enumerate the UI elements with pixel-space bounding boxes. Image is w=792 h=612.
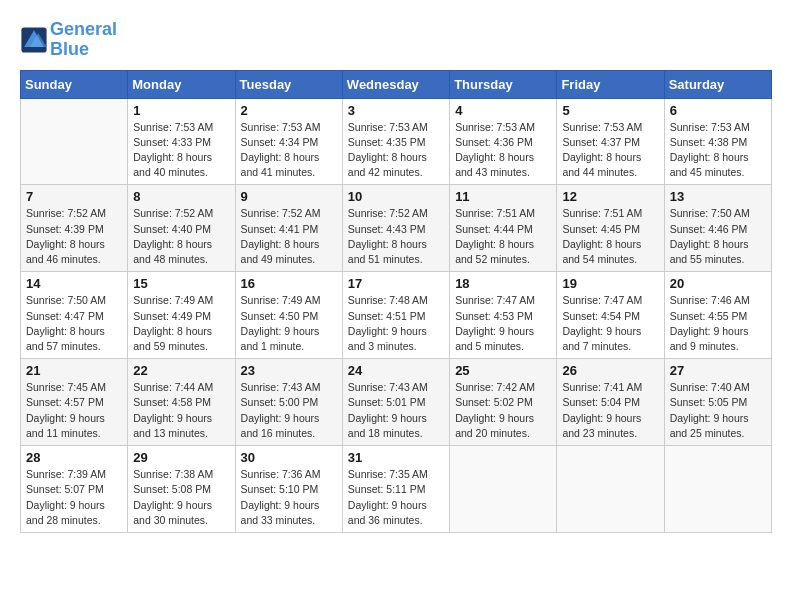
week-row-2: 7Sunrise: 7:52 AM Sunset: 4:39 PM Daylig… [21, 185, 772, 272]
day-info: Sunrise: 7:51 AM Sunset: 4:44 PM Dayligh… [455, 206, 551, 267]
day-info: Sunrise: 7:47 AM Sunset: 4:53 PM Dayligh… [455, 293, 551, 354]
day-number: 22 [133, 363, 229, 378]
day-number: 18 [455, 276, 551, 291]
day-number: 20 [670, 276, 766, 291]
day-number: 4 [455, 103, 551, 118]
calendar-cell: 13Sunrise: 7:50 AM Sunset: 4:46 PM Dayli… [664, 185, 771, 272]
day-info: Sunrise: 7:52 AM Sunset: 4:40 PM Dayligh… [133, 206, 229, 267]
day-number: 30 [241, 450, 337, 465]
day-number: 28 [26, 450, 122, 465]
calendar-cell: 27Sunrise: 7:40 AM Sunset: 5:05 PM Dayli… [664, 359, 771, 446]
day-number: 16 [241, 276, 337, 291]
calendar-body: 1Sunrise: 7:53 AM Sunset: 4:33 PM Daylig… [21, 98, 772, 532]
day-number: 8 [133, 189, 229, 204]
calendar-cell: 21Sunrise: 7:45 AM Sunset: 4:57 PM Dayli… [21, 359, 128, 446]
day-number: 5 [562, 103, 658, 118]
header-cell-saturday: Saturday [664, 70, 771, 98]
day-info: Sunrise: 7:39 AM Sunset: 5:07 PM Dayligh… [26, 467, 122, 528]
calendar-cell: 22Sunrise: 7:44 AM Sunset: 4:58 PM Dayli… [128, 359, 235, 446]
calendar-cell: 26Sunrise: 7:41 AM Sunset: 5:04 PM Dayli… [557, 359, 664, 446]
day-number: 24 [348, 363, 444, 378]
day-number: 7 [26, 189, 122, 204]
day-number: 25 [455, 363, 551, 378]
day-info: Sunrise: 7:49 AM Sunset: 4:50 PM Dayligh… [241, 293, 337, 354]
header-cell-wednesday: Wednesday [342, 70, 449, 98]
day-info: Sunrise: 7:52 AM Sunset: 4:43 PM Dayligh… [348, 206, 444, 267]
calendar-cell: 30Sunrise: 7:36 AM Sunset: 5:10 PM Dayli… [235, 446, 342, 533]
day-number: 15 [133, 276, 229, 291]
calendar-cell: 3Sunrise: 7:53 AM Sunset: 4:35 PM Daylig… [342, 98, 449, 185]
day-info: Sunrise: 7:49 AM Sunset: 4:49 PM Dayligh… [133, 293, 229, 354]
day-number: 14 [26, 276, 122, 291]
calendar-cell: 31Sunrise: 7:35 AM Sunset: 5:11 PM Dayli… [342, 446, 449, 533]
calendar-cell [664, 446, 771, 533]
day-info: Sunrise: 7:50 AM Sunset: 4:46 PM Dayligh… [670, 206, 766, 267]
day-info: Sunrise: 7:50 AM Sunset: 4:47 PM Dayligh… [26, 293, 122, 354]
day-number: 12 [562, 189, 658, 204]
week-row-4: 21Sunrise: 7:45 AM Sunset: 4:57 PM Dayli… [21, 359, 772, 446]
day-number: 31 [348, 450, 444, 465]
day-info: Sunrise: 7:52 AM Sunset: 4:39 PM Dayligh… [26, 206, 122, 267]
day-info: Sunrise: 7:48 AM Sunset: 4:51 PM Dayligh… [348, 293, 444, 354]
calendar-cell: 16Sunrise: 7:49 AM Sunset: 4:50 PM Dayli… [235, 272, 342, 359]
calendar-cell: 8Sunrise: 7:52 AM Sunset: 4:40 PM Daylig… [128, 185, 235, 272]
day-info: Sunrise: 7:35 AM Sunset: 5:11 PM Dayligh… [348, 467, 444, 528]
day-number: 23 [241, 363, 337, 378]
calendar-cell: 24Sunrise: 7:43 AM Sunset: 5:01 PM Dayli… [342, 359, 449, 446]
day-info: Sunrise: 7:44 AM Sunset: 4:58 PM Dayligh… [133, 380, 229, 441]
day-number: 9 [241, 189, 337, 204]
calendar-cell: 1Sunrise: 7:53 AM Sunset: 4:33 PM Daylig… [128, 98, 235, 185]
header-row: SundayMondayTuesdayWednesdayThursdayFrid… [21, 70, 772, 98]
week-row-5: 28Sunrise: 7:39 AM Sunset: 5:07 PM Dayli… [21, 446, 772, 533]
calendar-cell: 6Sunrise: 7:53 AM Sunset: 4:38 PM Daylig… [664, 98, 771, 185]
day-number: 29 [133, 450, 229, 465]
day-info: Sunrise: 7:52 AM Sunset: 4:41 PM Dayligh… [241, 206, 337, 267]
day-number: 13 [670, 189, 766, 204]
header-cell-tuesday: Tuesday [235, 70, 342, 98]
calendar-cell: 18Sunrise: 7:47 AM Sunset: 4:53 PM Dayli… [450, 272, 557, 359]
header-cell-thursday: Thursday [450, 70, 557, 98]
day-number: 6 [670, 103, 766, 118]
calendar-cell: 25Sunrise: 7:42 AM Sunset: 5:02 PM Dayli… [450, 359, 557, 446]
day-number: 1 [133, 103, 229, 118]
day-info: Sunrise: 7:53 AM Sunset: 4:37 PM Dayligh… [562, 120, 658, 181]
week-row-1: 1Sunrise: 7:53 AM Sunset: 4:33 PM Daylig… [21, 98, 772, 185]
calendar-cell: 12Sunrise: 7:51 AM Sunset: 4:45 PM Dayli… [557, 185, 664, 272]
day-info: Sunrise: 7:53 AM Sunset: 4:33 PM Dayligh… [133, 120, 229, 181]
header-cell-monday: Monday [128, 70, 235, 98]
calendar-cell: 10Sunrise: 7:52 AM Sunset: 4:43 PM Dayli… [342, 185, 449, 272]
day-info: Sunrise: 7:45 AM Sunset: 4:57 PM Dayligh… [26, 380, 122, 441]
day-number: 27 [670, 363, 766, 378]
day-info: Sunrise: 7:51 AM Sunset: 4:45 PM Dayligh… [562, 206, 658, 267]
day-number: 11 [455, 189, 551, 204]
calendar-cell [21, 98, 128, 185]
day-info: Sunrise: 7:38 AM Sunset: 5:08 PM Dayligh… [133, 467, 229, 528]
calendar-cell: 28Sunrise: 7:39 AM Sunset: 5:07 PM Dayli… [21, 446, 128, 533]
calendar-cell: 9Sunrise: 7:52 AM Sunset: 4:41 PM Daylig… [235, 185, 342, 272]
week-row-3: 14Sunrise: 7:50 AM Sunset: 4:47 PM Dayli… [21, 272, 772, 359]
header-cell-sunday: Sunday [21, 70, 128, 98]
calendar-cell: 4Sunrise: 7:53 AM Sunset: 4:36 PM Daylig… [450, 98, 557, 185]
day-info: Sunrise: 7:53 AM Sunset: 4:35 PM Dayligh… [348, 120, 444, 181]
day-number: 21 [26, 363, 122, 378]
calendar-cell [450, 446, 557, 533]
day-info: Sunrise: 7:36 AM Sunset: 5:10 PM Dayligh… [241, 467, 337, 528]
day-info: Sunrise: 7:43 AM Sunset: 5:01 PM Dayligh… [348, 380, 444, 441]
day-info: Sunrise: 7:43 AM Sunset: 5:00 PM Dayligh… [241, 380, 337, 441]
logo-icon [20, 26, 48, 54]
calendar-header: SundayMondayTuesdayWednesdayThursdayFrid… [21, 70, 772, 98]
calendar-table: SundayMondayTuesdayWednesdayThursdayFrid… [20, 70, 772, 533]
header: General Blue [20, 20, 772, 60]
calendar-cell: 19Sunrise: 7:47 AM Sunset: 4:54 PM Dayli… [557, 272, 664, 359]
calendar-cell: 5Sunrise: 7:53 AM Sunset: 4:37 PM Daylig… [557, 98, 664, 185]
day-info: Sunrise: 7:53 AM Sunset: 4:38 PM Dayligh… [670, 120, 766, 181]
calendar-cell: 11Sunrise: 7:51 AM Sunset: 4:44 PM Dayli… [450, 185, 557, 272]
calendar-cell: 29Sunrise: 7:38 AM Sunset: 5:08 PM Dayli… [128, 446, 235, 533]
day-info: Sunrise: 7:47 AM Sunset: 4:54 PM Dayligh… [562, 293, 658, 354]
day-number: 3 [348, 103, 444, 118]
calendar-cell: 17Sunrise: 7:48 AM Sunset: 4:51 PM Dayli… [342, 272, 449, 359]
day-info: Sunrise: 7:46 AM Sunset: 4:55 PM Dayligh… [670, 293, 766, 354]
calendar-cell [557, 446, 664, 533]
calendar-cell: 23Sunrise: 7:43 AM Sunset: 5:00 PM Dayli… [235, 359, 342, 446]
day-number: 10 [348, 189, 444, 204]
